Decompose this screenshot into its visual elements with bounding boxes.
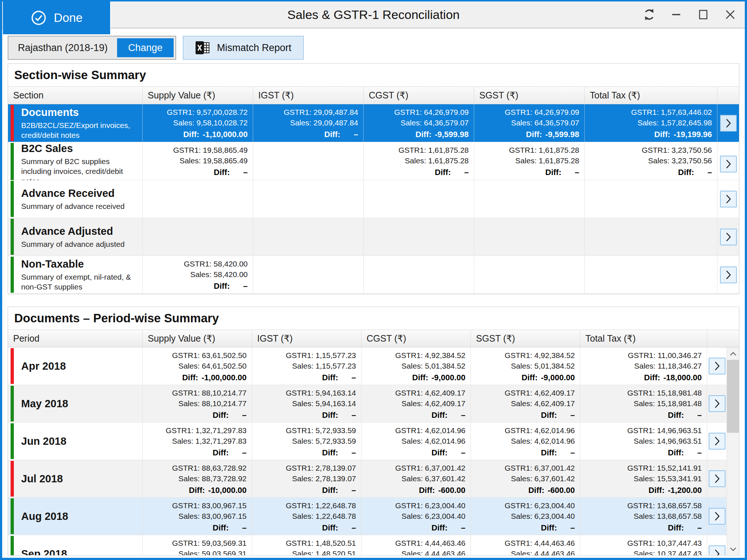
value-gstr1: GSTR1: 2,78,139.07: [255, 463, 356, 473]
value-diff: Diff:–: [364, 522, 465, 534]
value-gstr1: GSTR1: 6,23,004.40: [364, 500, 465, 511]
column-header: SGST (₹): [474, 87, 584, 104]
minimize-button[interactable]: [667, 5, 686, 24]
period-summary-title: Documents – Period-wise Summary: [8, 307, 739, 330]
value-sales: Sales: 29,09,487.84: [256, 117, 358, 128]
igst-cell: GSTR1: 2,78,139.07 Sales: 2,78,139.07 Di…: [252, 460, 361, 497]
period-table-body: Apr 2018 GSTR1: 63,61,502.50 Sales: 64,6…: [8, 347, 739, 555]
value-diff: Diff:–: [474, 522, 575, 534]
row-detail-button[interactable]: [709, 470, 725, 487]
row-action-cell: [717, 142, 739, 186]
total-tax-cell: GSTR1: 3,23,750.56 Sales: 3,23,750.56 Di…: [584, 142, 717, 186]
maximize-button[interactable]: [694, 5, 713, 24]
refresh-button[interactable]: [640, 5, 659, 24]
window-controls: [640, 1, 740, 28]
column-header: Section: [8, 87, 142, 104]
maximize-icon: [698, 9, 709, 20]
row-detail-button[interactable]: [709, 508, 725, 525]
value-diff: Diff:-19,199.96: [588, 128, 712, 140]
row-detail-button[interactable]: [720, 115, 737, 132]
chevron-right-icon: [725, 159, 731, 169]
value-sales: Sales: 11,18,346.27: [583, 361, 702, 371]
row-action-cell: [707, 535, 727, 555]
sgst-cell: GSTR1: 4,92,384.52 Sales: 5,01,384.52 Di…: [471, 347, 580, 385]
chevron-right-icon: [725, 118, 731, 128]
status-indicator-bar: [11, 181, 14, 217]
igst-cell: [253, 256, 363, 293]
igst-cell: GSTR1: 5,94,163.14 Sales: 5,94,163.14 Di…: [252, 385, 361, 422]
cgst-cell: [363, 180, 474, 218]
vertical-scrollbar[interactable]: [727, 347, 739, 555]
value-diff: Diff:-9,000.00: [364, 372, 465, 384]
value-gstr1: GSTR1: 4,92,384.52: [364, 350, 465, 361]
table-row[interactable]: Sep 2018 GSTR1: 59,03,569.31 Sales: 59,0…: [8, 535, 727, 555]
done-button[interactable]: Done: [3, 1, 111, 34]
row-subtitle: Summary of advance received: [21, 201, 136, 211]
table-row[interactable]: Apr 2018 GSTR1: 63,61,502.50 Sales: 64,6…: [8, 347, 727, 385]
table-row[interactable]: Non-Taxable Summary of exempt, nil-rated…: [8, 256, 739, 294]
row-detail-button[interactable]: [709, 433, 725, 450]
value-sales: Sales: 3,23,750.56: [588, 155, 712, 166]
igst-cell: GSTR1: 1,15,577.23 Sales: 1,15,577.23 Di…: [252, 347, 361, 385]
table-row[interactable]: Jul 2018 GSTR1: 88,63,728.92 Sales: 88,7…: [8, 460, 727, 498]
row-detail-button[interactable]: [709, 358, 725, 374]
mismatch-report-button[interactable]: Mismatch Report: [183, 36, 304, 60]
table-row[interactable]: Advance Adjusted Summary of advance adju…: [8, 218, 739, 256]
value-diff: Diff:-10,000.00: [146, 484, 247, 496]
scope-selector: Rajasthan (2018-19) Change: [8, 36, 176, 60]
table-row[interactable]: Jun 2018 GSTR1: 1,32,71,297.83 Sales: 1,…: [8, 423, 727, 460]
row-title: Documents: [21, 106, 136, 118]
row-detail-button[interactable]: [720, 191, 737, 207]
value-sales: Sales: 15,18,981.48: [583, 398, 702, 409]
row-detail-button[interactable]: [720, 267, 737, 283]
scrollbar-thumb[interactable]: [727, 360, 739, 433]
supply-value-cell: GSTR1: 88,10,214.77 Sales: 88,10,214.77 …: [142, 385, 252, 422]
scroll-down-button[interactable]: [727, 543, 739, 555]
value-diff: Diff:–: [255, 522, 356, 534]
row-name-cell: Advance Adjusted Summary of advance adju…: [8, 218, 142, 256]
sgst-cell: GSTR1: 4,62,014.96 Sales: 4,62,014.96 Di…: [471, 423, 580, 460]
table-row[interactable]: Aug 2018 GSTR1: 83,00,967.15 Sales: 83,0…: [8, 498, 727, 535]
value-sales: Sales: 2,78,139.07: [255, 473, 356, 484]
row-subtitle: Summary of exempt, nil-rated, & non-GST …: [21, 272, 136, 292]
row-action-cell: [707, 423, 727, 460]
close-icon: [725, 9, 736, 20]
row-detail-button[interactable]: [709, 545, 725, 555]
table-row[interactable]: May 2018 GSTR1: 88,10,214.77 Sales: 88,1…: [8, 385, 727, 423]
scope-label: Rajasthan (2018-19): [18, 42, 108, 54]
column-header: Supply Value (₹): [142, 87, 253, 104]
cgst-cell: GSTR1: 4,62,014.96 Sales: 4,62,014.96 Di…: [361, 423, 471, 460]
scroll-up-button[interactable]: [727, 347, 739, 360]
column-header: Total Tax (₹): [584, 87, 717, 104]
total-tax-cell: GSTR1: 11,00,346.27 Sales: 11,18,346.27 …: [580, 347, 707, 385]
value-sales: Sales: 59,03,569.31: [146, 548, 247, 555]
chevron-right-icon: [714, 399, 720, 408]
value-gstr1: GSTR1: 19,58,865.49: [146, 145, 248, 155]
row-name-cell: May 2018: [8, 385, 142, 422]
close-button[interactable]: [721, 5, 740, 24]
igst-cell: [253, 142, 363, 186]
value-gstr1: GSTR1: 6,37,001.42: [364, 463, 465, 473]
row-detail-button[interactable]: [720, 229, 737, 245]
table-row[interactable]: B2C Sales Summary of B2C supplies includ…: [8, 142, 739, 180]
cgst-cell: GSTR1: 4,44,463.46 Sales: 4,44,463.46 Di…: [361, 535, 471, 555]
cgst-cell: [363, 218, 474, 256]
page-body: Rajasthan (2018-19) Change Mismatch Repo…: [2, 36, 745, 556]
value-sales: Sales: 1,61,875.28: [477, 155, 579, 166]
value-sales: Sales: 5,94,163.14: [255, 398, 356, 409]
table-row[interactable]: Advance Received Summary of advance rece…: [8, 180, 739, 218]
chevron-right-icon: [714, 436, 720, 446]
value-diff: Diff:–: [255, 447, 356, 459]
value-diff: Diff:–: [146, 522, 247, 534]
value-diff: Diff:-9,599.98: [477, 128, 579, 140]
value-diff: Diff:–: [255, 409, 356, 421]
total-tax-cell: GSTR1: 15,52,141.91 Sales: 15,53,341.91 …: [580, 460, 707, 497]
row-detail-button[interactable]: [720, 156, 737, 172]
value-gstr1: GSTR1: 88,63,728.92: [146, 463, 247, 473]
table-row[interactable]: Documents B2B/B2CL/SEZ/Export invoices, …: [8, 104, 739, 142]
row-title: Jun 2018: [21, 435, 136, 447]
value-sales: Sales: 1,48,520.51: [255, 548, 356, 555]
value-gstr1: GSTR1: 1,57,63,446.02: [588, 107, 712, 117]
row-detail-button[interactable]: [709, 395, 725, 412]
change-button[interactable]: Change: [117, 38, 174, 57]
